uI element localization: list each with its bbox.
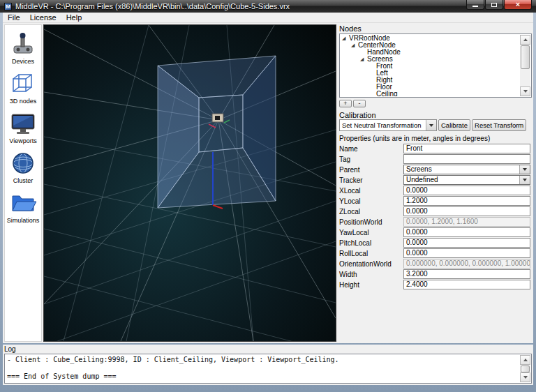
scroll-up-button[interactable] (520, 35, 530, 45)
minimize-button[interactable] (466, 0, 484, 10)
reset-transform-button[interactable]: Reset Transform (472, 119, 526, 131)
menu-file[interactable]: File (3, 13, 25, 23)
log-content[interactable]: - Client : Cube_Ceiling:9998, ID : Clien… (6, 355, 520, 382)
log-line: - Client : Cube_Ceiling:9998, ID : Clien… (7, 356, 519, 364)
middlevr-app-icon: M (4, 3, 12, 10)
sidebar-item-label: Devices (5, 58, 41, 65)
tag-field[interactable] (403, 154, 530, 164)
sidebar-item-devices[interactable]: Devices (5, 25, 41, 65)
sidebar-item-simulations[interactable]: Simulations (5, 184, 41, 224)
scroll-up-icon (523, 38, 528, 41)
scroll-down-icon (523, 376, 528, 379)
app-window: M MiddleVR - C:\Program Files (x86)\Midd… (0, 0, 536, 392)
cube-screens (158, 56, 276, 208)
prop-row-ylocal: YLocal1.2000 (339, 196, 532, 206)
expand-arrow-icon[interactable]: ◢ (360, 56, 367, 62)
sidebar-item-3d-nodes[interactable]: 3D nodes (5, 65, 41, 105)
scroll-up-icon (523, 359, 528, 361)
title-bar[interactable]: M MiddleVR - C:\Program Files (x86)\Midd… (0, 0, 536, 13)
prop-label-ylocal: YLocal (339, 197, 361, 205)
height-field[interactable]: 2.4000 (403, 280, 530, 289)
calibrate-button[interactable]: Calibrate (438, 119, 470, 131)
scroll-thumb[interactable] (521, 365, 530, 372)
main-area: Devices3D nodesViewportsClusterSimulatio… (3, 23, 533, 343)
prop-label-positionworld: PositionWorld (339, 218, 382, 226)
tree-node-floor[interactable]: Floor (341, 84, 520, 91)
prop-row-height: Height2.4000 (339, 280, 532, 290)
prop-label-height: Height (339, 281, 359, 289)
viewports-icon (10, 110, 36, 137)
dropdown-value: Screens (406, 165, 432, 173)
chevron-down-icon (519, 165, 530, 174)
calibration-dropdown[interactable]: Set Neutral Transformation (339, 119, 437, 131)
remove-node-button[interactable]: - (353, 100, 366, 107)
maximize-button[interactable] (485, 0, 503, 10)
name-field[interactable]: Front (403, 144, 530, 153)
orientationworld-field: 0.000000, 0.000000, 0.000000, 1.000000 (403, 259, 530, 269)
xlocal-field[interactable]: 0.0000 (403, 186, 530, 195)
window-controls: × (466, 0, 532, 10)
tree-buttons: + - (339, 100, 366, 107)
sidebar-item-label: Cluster (5, 177, 41, 184)
expand-arrow-icon[interactable]: ◢ (351, 43, 358, 48)
prop-row-tag: Tag (339, 154, 532, 165)
sidebar: Devices3D nodesViewportsClusterSimulatio… (4, 24, 42, 342)
yawlocal-field[interactable]: 0.0000 (403, 227, 530, 237)
devices-icon (10, 31, 36, 57)
prop-row-orientationworld: OrientationWorld0.000000, 0.000000, 0.00… (339, 259, 532, 269)
tree-node-front[interactable]: Front (341, 63, 520, 70)
prop-label-rolllocal: RollLocal (339, 250, 368, 257)
close-button[interactable]: × (504, 0, 532, 10)
tree-node-label: Ceiling (376, 91, 398, 96)
log-scrollbar[interactable] (520, 355, 530, 382)
log-box: - Client : Cube_Ceiling:9998, ID : Clien… (4, 354, 532, 384)
sidebar-item-cluster[interactable]: Cluster (5, 144, 41, 184)
add-node-button[interactable]: + (339, 100, 352, 107)
pitchlocal-field[interactable]: 0.0000 (403, 238, 530, 248)
ylocal-field[interactable]: 1.2000 (403, 196, 530, 206)
positionworld-field: 0.0000, 1.2000, 1.1600 (403, 217, 530, 227)
log-line: === End of System dump === (7, 372, 519, 381)
prop-label-xlocal: XLocal (339, 187, 361, 195)
prop-label-width: Width (339, 271, 357, 278)
prop-label-zlocal: ZLocal (339, 208, 360, 216)
tracker-dropdown[interactable]: Undefined (403, 175, 530, 185)
prop-label-tag: Tag (339, 156, 350, 163)
parent-dropdown[interactable]: Screens (403, 165, 530, 174)
tree-node-right[interactable]: Right (341, 77, 520, 84)
rolllocal-field[interactable]: 0.0000 (403, 248, 530, 258)
width-field[interactable]: 3.2000 (403, 269, 530, 279)
prop-label-pitchlocal: PitchLocal (339, 239, 371, 247)
prop-row-xlocal: XLocal0.0000 (339, 186, 532, 196)
scroll-up-button[interactable] (520, 355, 530, 365)
tree-node-screens[interactable]: ◢Screens (341, 56, 520, 63)
prop-label-name: Name (339, 145, 358, 153)
calibration-title: Calibration (339, 111, 376, 119)
sidebar-item-viewports[interactable]: Viewports (5, 105, 41, 144)
viewport-canvas (44, 25, 336, 341)
scroll-down-button[interactable] (520, 86, 530, 96)
menu-help[interactable]: Help (61, 13, 87, 23)
dropdown-value: Undefined (406, 176, 438, 183)
menu-bar: FileLicenseHelp (3, 13, 533, 23)
tree-scrollbar[interactable] (520, 35, 530, 96)
calibration-row: Set Neutral Transformation Calibrate Res… (339, 119, 535, 132)
prop-label-orientationworld: OrientationWorld (339, 260, 392, 268)
scroll-thumb[interactable] (521, 45, 530, 69)
expand-arrow-icon[interactable]: ◢ (342, 36, 349, 41)
prop-row-tracker: TrackerUndefined (339, 175, 532, 186)
zlocal-field[interactable]: 0.0000 (403, 206, 530, 216)
minimize-icon (472, 6, 478, 7)
simulations-icon (10, 190, 36, 216)
prop-row-name: NameFront (339, 144, 532, 154)
tree-node-ceiling[interactable]: Ceiling (341, 91, 520, 96)
log-panel: Log - Client : Cube_Ceiling:9998, ID : C… (3, 345, 533, 385)
prop-label-yawlocal: YawLocal (339, 229, 369, 236)
3d-viewport[interactable] (43, 24, 336, 342)
nodes-tree-rows: ◢VRRootNode◢CenterNodeHandNode◢ScreensFr… (341, 35, 520, 96)
scroll-down-button[interactable] (520, 372, 530, 382)
close-icon: × (516, 1, 520, 8)
tree-node-left[interactable]: Left (341, 70, 520, 77)
menu-license[interactable]: License (25, 13, 61, 23)
properties-fields: NameFrontTagParentScreensTrackerUndefine… (339, 144, 532, 290)
